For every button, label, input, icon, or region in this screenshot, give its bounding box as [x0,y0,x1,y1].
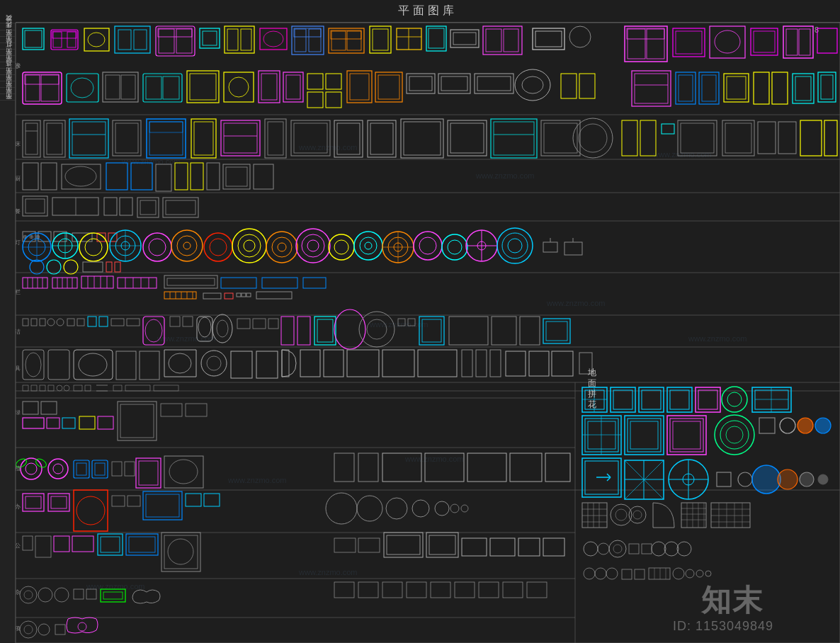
svg-rect-325 [237,319,250,329]
svg-rect-315 [111,319,124,326]
svg-point-264 [47,260,61,274]
svg-rect-390 [120,404,154,438]
svg-rect-154 [370,123,393,154]
svg-point-309 [47,319,55,326]
svg-rect-36 [241,29,251,50]
svg-point-394 [25,463,37,474]
svg-rect-139 [147,119,186,158]
svg-rect-533 [582,503,607,528]
svg-rect-306 [23,319,28,326]
svg-rect-186 [207,163,220,190]
svg-point-263 [30,260,44,274]
svg-rect-195 [120,198,132,215]
svg-text:ID: 1153049849: ID: 1153049849 [673,619,773,633]
svg-rect-415 [127,496,140,506]
svg-rect-376 [85,385,91,391]
svg-rect-137 [113,120,141,156]
svg-rect-187 [223,164,250,189]
svg-rect-456 [382,582,402,598]
svg-point-242 [365,242,372,249]
svg-rect-178 [41,163,57,190]
svg-rect-492 [755,390,788,409]
svg-point-251 [448,240,462,254]
svg-rect-85 [143,74,182,102]
left-sidebar: 沙发类 床类 平面 平面 灯具 平面 平面 洁具 平面 平面 平面 平面 平面 [0,23,16,643]
svg-rect-416 [143,491,182,520]
svg-point-351 [169,353,191,373]
svg-point-348 [79,353,107,376]
svg-rect-454 [334,582,354,598]
svg-rect-460 [479,582,499,598]
svg-rect-148 [268,122,283,155]
svg-rect-382 [23,402,38,414]
svg-point-265 [64,260,78,274]
svg-rect-47 [370,26,391,53]
svg-point-393 [21,458,42,479]
svg-point-570 [595,568,606,579]
svg-rect-437 [101,589,125,602]
svg-point-567 [664,542,679,556]
svg-point-581 [705,571,711,576]
svg-rect-292 [262,278,297,288]
svg-rect-107 [441,76,467,91]
svg-rect-339 [449,317,488,345]
svg-point-560 [584,542,598,556]
svg-rect-289 [164,275,217,288]
svg-text:沙发: 沙发 [16,62,21,69]
svg-rect-383 [41,402,57,414]
svg-rect-293 [303,278,326,288]
svg-rect-20 [53,32,62,47]
svg-rect-445 [358,538,380,552]
svg-point-471 [357,496,382,521]
svg-point-227 [204,233,232,261]
svg-rect-130 [25,123,38,154]
svg-rect-358 [324,350,344,377]
svg-rect-31 [158,28,192,37]
page-render: 平面图库 8 沙发类 床类 平面 平面 灯具 平面 平面 洁具 平面 平面 平面… [0,0,840,643]
svg-rect-100 [347,71,372,103]
svg-rect-26 [118,30,131,50]
svg-rect-21 [67,32,76,47]
svg-rect-74 [799,29,810,55]
svg-point-530 [778,470,798,489]
svg-point-578 [673,568,684,579]
svg-rect-78 [41,75,59,101]
svg-rect-304 [246,293,251,297]
svg-rect-98 [307,92,323,108]
svg-rect-573 [635,569,645,579]
svg-point-507 [720,421,749,449]
svg-point-474 [435,501,449,516]
svg-rect-458 [431,582,450,598]
svg-point-310 [57,319,64,326]
svg-text:www.znzmo.com: www.znzmo.com [227,476,287,484]
svg-rect-90 [224,72,254,102]
svg-rect-128 [821,75,833,99]
svg-rect-132 [44,120,65,157]
svg-rect-447 [387,535,420,554]
svg-rect-88 [187,71,219,103]
svg-rect-392 [186,404,207,416]
svg-rect-435 [74,589,84,599]
svg-rect-412 [51,496,67,508]
svg-point-61 [569,26,591,47]
svg-rect-453 [543,538,564,556]
svg-text:www.znzmo.com: www.znzmo.com [688,334,747,343]
svg-rect-316 [127,319,140,326]
svg-rect-96 [307,74,323,89]
svg-text:www.znzmo.com: www.znzmo.com [121,157,181,166]
svg-rect-120 [702,75,716,101]
svg-point-433 [38,588,52,602]
svg-rect-83 [106,75,120,99]
svg-rect-274 [52,278,77,288]
svg-rect-259 [543,242,557,252]
svg-rect-424 [98,534,123,555]
svg-rect-341 [520,317,540,345]
svg-rect-360 [382,350,414,377]
svg-point-531 [800,472,814,486]
svg-point-408 [169,460,198,484]
svg-rect-343 [546,322,567,341]
svg-rect-327 [268,319,278,329]
svg-rect-444 [334,538,356,552]
svg-rect-428 [161,533,200,571]
svg-point-430 [168,539,193,564]
